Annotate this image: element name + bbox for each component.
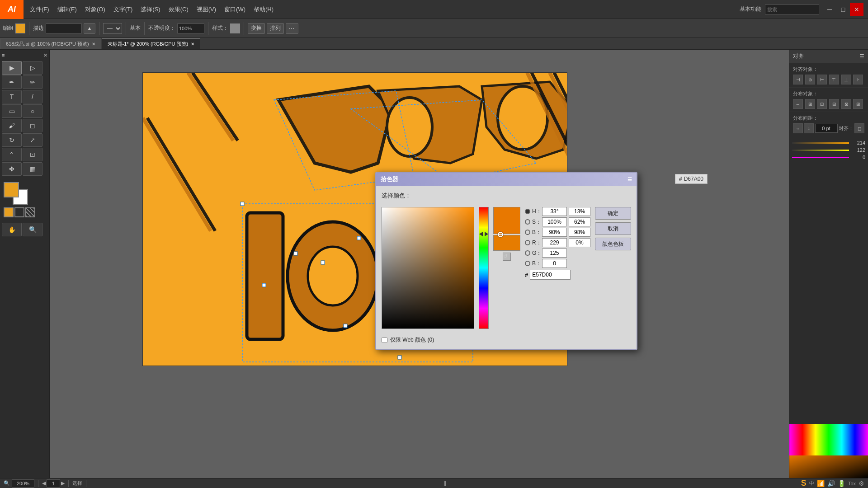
new-color-preview[interactable] (493, 207, 520, 234)
slider-track-1[interactable] (792, 142, 849, 144)
align-bottom-btn[interactable]: ⊦ (853, 75, 863, 84)
saturation-input[interactable]: 100% (542, 217, 567, 226)
none-indicator[interactable] (25, 207, 35, 217)
nav-prev[interactable]: ◀ (42, 480, 46, 486)
dist-right-btn[interactable]: ⊡ (817, 99, 827, 109)
dialog-title-bar[interactable]: 拾色器 ☰ (376, 173, 637, 186)
confirm-button[interactable]: 确定 (595, 207, 631, 220)
style-color[interactable] (230, 23, 240, 33)
tab-2-close[interactable]: ✕ (191, 42, 194, 47)
dist-top-btn[interactable]: ⊟ (829, 99, 839, 109)
close-button[interactable]: ✕ (850, 3, 863, 16)
y-input[interactable]: 98% (569, 228, 590, 237)
line-tool[interactable]: / (23, 90, 42, 103)
align-top-btn[interactable]: ⊤ (829, 75, 839, 84)
zoom-tool[interactable]: 🔍 (23, 223, 42, 236)
pen-tool[interactable]: ✒ (2, 75, 22, 89)
red-radio[interactable] (525, 240, 530, 245)
paintbrush-tool[interactable]: 🖌 (2, 119, 22, 132)
menu-file[interactable]: 文件(F) (26, 4, 53, 15)
gradient-picker[interactable] (382, 207, 474, 329)
free-transform-tool[interactable]: ⊡ (23, 148, 42, 161)
symbol-tool[interactable]: ✤ (2, 162, 22, 176)
saturation-radio[interactable] (525, 219, 530, 225)
hex-input[interactable]: E57D00 (530, 270, 571, 280)
zoom-input[interactable]: 200% (12, 479, 34, 488)
rotate-tool[interactable]: ↻ (2, 133, 22, 147)
c-input[interactable]: 13% (569, 207, 590, 216)
tab-2[interactable]: 未标题-1* @ 200% (RGB/GPU 预览) ✕ (102, 38, 201, 49)
minimize-button[interactable]: ─ (823, 3, 836, 16)
hand-tool[interactable]: ✋ (2, 223, 22, 236)
slider-track-3[interactable] (792, 157, 849, 158)
fill-color-box[interactable] (4, 182, 19, 197)
menu-object[interactable]: 对象(O) (81, 4, 109, 15)
nav-next[interactable]: ▶ (61, 480, 65, 486)
align-center-v-btn[interactable]: ⊥ (841, 75, 851, 84)
menu-type[interactable]: 文字(T) (110, 4, 137, 15)
stroke-input[interactable] (46, 23, 82, 33)
spacing-h-btn[interactable]: ↔ (793, 123, 803, 133)
stroke-dropdown[interactable]: — (103, 23, 122, 34)
direct-select-tool[interactable]: ▷ (23, 61, 42, 75)
spacing-v-btn[interactable]: ↕ (804, 123, 814, 133)
fill-indicator[interactable] (4, 207, 14, 217)
hue-slider[interactable] (479, 207, 489, 329)
more-options-btn[interactable]: ⋯ (286, 23, 298, 34)
hue-input[interactable]: 33° (542, 207, 567, 216)
arrange-button[interactable]: 排列 (267, 23, 284, 34)
panel-collapse[interactable]: ≡ (2, 52, 5, 58)
hue-radio[interactable] (525, 209, 530, 214)
menu-effect[interactable]: 效果(C) (165, 4, 192, 15)
tab-1-close[interactable]: ✕ (92, 42, 95, 47)
select-tool[interactable]: ▶ (2, 61, 22, 75)
maximize-button[interactable]: □ (836, 3, 850, 16)
align-left-btn[interactable]: ⊣ (793, 75, 803, 84)
ellipse-tool[interactable]: ○ (23, 104, 42, 118)
panel-menu-icon[interactable]: ☰ (859, 53, 864, 60)
blue-radio[interactable] (525, 261, 530, 266)
stroke-indicator[interactable] (14, 207, 24, 217)
dialog-options-icon[interactable]: ☰ (627, 177, 632, 183)
old-color-preview[interactable] (493, 235, 520, 251)
color-spectrum-hue[interactable] (789, 424, 868, 455)
menu-help[interactable]: 帮助(H) (250, 4, 277, 15)
transform-button[interactable]: 变换 (248, 23, 265, 34)
dist-bottom-btn[interactable]: ⊞ (853, 99, 863, 109)
color-plate-button[interactable]: 颜色色板 (595, 238, 631, 250)
warp-tool[interactable]: ⌃ (2, 148, 22, 161)
page-input[interactable] (47, 479, 60, 488)
cancel-button[interactable]: 取消 (595, 222, 631, 235)
green-radio[interactable] (525, 250, 530, 256)
red-input[interactable]: 229 (542, 238, 567, 247)
menu-window[interactable]: 窗口(W) (221, 4, 249, 15)
bar-chart-tool[interactable]: ▦ (23, 162, 42, 176)
blue-input[interactable]: 0 (542, 259, 567, 268)
color-spectrum-shade[interactable] (789, 455, 868, 478)
green-input[interactable]: 125 (542, 249, 567, 258)
dist-center-h-btn[interactable]: ⊞ (805, 99, 815, 109)
fill-color[interactable] (15, 23, 25, 33)
spacing-input[interactable] (815, 124, 838, 133)
brightness-input[interactable]: 90% (542, 228, 567, 237)
dist-left-btn[interactable]: ⫤ (793, 99, 803, 109)
scale-tool[interactable]: ⤢ (23, 133, 42, 147)
color-reset-btn[interactable]: ↺ (503, 253, 511, 261)
k-input[interactable]: 0% (569, 238, 590, 247)
menu-view[interactable]: 视图(V) (193, 4, 220, 15)
tab-1[interactable]: 618成品.ai @ 100% (RGB/GPU 预览) ✕ (0, 38, 101, 49)
slider-track-2[interactable] (792, 150, 849, 151)
m-input[interactable]: 62% (569, 217, 590, 226)
rect-tool[interactable]: ▭ (2, 104, 22, 118)
menu-edit[interactable]: 编辑(E) (54, 4, 80, 15)
align-right-btn[interactable]: ⊢ (817, 75, 827, 84)
align-center-h-btn[interactable]: ⊜ (805, 75, 815, 84)
stroke-weight-up[interactable]: ▲ (84, 23, 95, 34)
menu-select[interactable]: 选择(S) (137, 4, 164, 15)
opacity-input[interactable]: 100% (177, 23, 204, 33)
web-colors-checkbox[interactable] (382, 337, 387, 343)
eraser-tool[interactable]: ◻ (23, 119, 42, 132)
dist-center-v-btn[interactable]: ⊠ (841, 99, 851, 109)
type-tool[interactable]: T (2, 90, 22, 103)
panel-close[interactable]: ✕ (43, 52, 47, 58)
